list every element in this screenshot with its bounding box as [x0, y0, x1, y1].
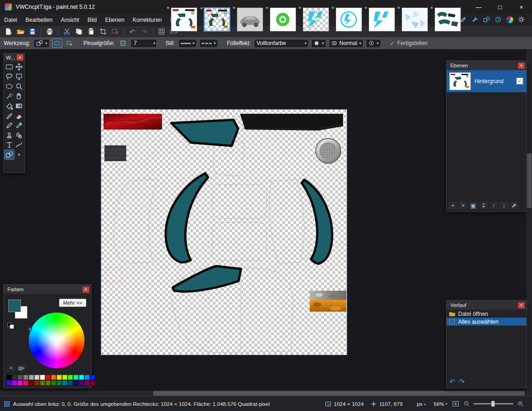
recolor-tool[interactable] [14, 130, 24, 140]
palette-swatch[interactable] [79, 375, 84, 380]
palette-swatch[interactable] [12, 375, 17, 380]
palette-swatch[interactable] [57, 375, 62, 380]
primary-color-swatch[interactable] [8, 300, 21, 312]
fill-effect-dropdown[interactable]: Volltonfarbe ▾ [254, 39, 309, 48]
tools-panel-close-icon[interactable]: × [17, 54, 23, 60]
paste-button[interactable] [85, 27, 97, 37]
add-layer-button[interactable]: + [448, 202, 457, 209]
clone-stamp-tool[interactable] [5, 130, 14, 140]
history-icon[interactable] [494, 15, 502, 24]
palette-swatch[interactable] [18, 375, 23, 380]
deselect-button[interactable] [110, 27, 121, 37]
menu-korrekturen[interactable]: Korrekturen [129, 15, 166, 25]
palette-swatch[interactable] [79, 380, 84, 385]
palette-swatch[interactable] [29, 380, 34, 385]
menu-datei[interactable]: Datei [0, 15, 21, 25]
image-thumbnail-1[interactable]: * [171, 7, 197, 32]
history-item-open-file[interactable]: Datei öffnen [447, 310, 526, 318]
zoom-level-dropdown[interactable]: 56% ▾ [434, 401, 448, 407]
dash-style-dropdown[interactable]: ▾ [178, 39, 197, 48]
zoom-slider-thumb[interactable] [491, 401, 495, 407]
palette-swatch[interactable] [40, 380, 45, 385]
line-end-style-dropdown[interactable]: ▾ [199, 39, 218, 48]
move-layer-down-button[interactable]: ↓ [500, 202, 508, 209]
minimize-button[interactable]: — [468, 0, 489, 14]
zoom-slider-track[interactable] [474, 403, 513, 404]
color-picker-tool[interactable] [14, 121, 24, 130]
palette-swatch[interactable] [57, 380, 62, 385]
menu-bild[interactable]: Bild [83, 15, 101, 25]
pan-tool[interactable] [14, 91, 24, 101]
palette-swatch[interactable] [84, 380, 90, 385]
add-color-to-palette-button[interactable]: + [7, 365, 15, 372]
shapes-flyout-button[interactable]: ▾ [14, 150, 24, 159]
zoom-out-button[interactable] [463, 400, 470, 407]
cut-button[interactable] [61, 27, 72, 37]
open-file-button[interactable] [15, 27, 26, 37]
history-item-select-all[interactable]: Alles auswählen [447, 318, 526, 326]
palette-swatch[interactable] [68, 375, 73, 380]
vertical-scrollbar-thumb[interactable] [527, 153, 532, 208]
wrench-icon[interactable] [471, 15, 479, 24]
palette-swatch[interactable] [51, 380, 56, 385]
grid-toggle-button[interactable] [156, 27, 167, 37]
image-thumbnail-6[interactable]: * [336, 7, 362, 32]
image-thumbnail-7[interactable]: * [369, 7, 395, 32]
color-wheel[interactable] [29, 313, 84, 368]
palette-swatch[interactable] [23, 380, 28, 385]
print-button[interactable] [44, 27, 55, 37]
palette-swatch[interactable] [6, 375, 12, 380]
colors-panel-header[interactable]: Farben × [4, 285, 91, 294]
sampling-dropdown[interactable]: ▾ [366, 39, 381, 48]
gear-icon[interactable] [517, 15, 526, 24]
brush-size-combo[interactable]: ▾ [130, 39, 157, 48]
move-pixels-tool[interactable] [14, 62, 24, 72]
move-layer-up-button[interactable]: ↑ [489, 202, 498, 209]
layer-visibility-checkbox[interactable]: ✓ [516, 78, 523, 85]
paint-bucket-tool[interactable] [5, 101, 14, 111]
palette-swatch[interactable] [40, 375, 45, 380]
maximize-button[interactable]: □ [489, 0, 511, 14]
brush-size-input[interactable] [132, 39, 151, 47]
zoom-fit-button[interactable] [452, 400, 459, 407]
selection-mode-replace-button[interactable] [52, 39, 62, 48]
delete-layer-button[interactable]: × [459, 202, 467, 209]
reset-colors-button[interactable] [7, 323, 15, 329]
canvas[interactable] [101, 110, 347, 355]
magic-wand-tool[interactable] [5, 91, 14, 101]
image-thumbnail-3[interactable]: * [237, 7, 263, 32]
palette-swatch[interactable] [34, 375, 39, 380]
line-curve-tool[interactable] [14, 140, 24, 150]
zoom-slider[interactable] [474, 403, 513, 404]
palette-swatch[interactable] [12, 380, 17, 385]
layers-panel-close-icon[interactable]: × [518, 63, 525, 69]
palette-swatch[interactable] [45, 375, 51, 380]
palette-swatch[interactable] [23, 375, 28, 380]
close-button[interactable]: × [511, 0, 532, 14]
undo-button[interactable]: ↶ [127, 27, 138, 37]
new-file-button[interactable] [3, 27, 14, 37]
image-thumbnail-4[interactable]: * [270, 7, 296, 32]
antialias-dropdown[interactable]: ▾ [311, 39, 326, 48]
horizontal-scrollbar-thumb[interactable] [153, 391, 525, 396]
history-redo-button[interactable]: ↷ [459, 378, 465, 386]
crop-button[interactable] [97, 27, 109, 37]
save-button[interactable] [27, 27, 38, 37]
layer-row-hintergrund[interactable]: Hintergrund ✓ [447, 70, 526, 92]
vertical-scrollbar[interactable] [526, 49, 532, 396]
lasso-select-tool[interactable] [5, 72, 14, 81]
ellipse-select-tool[interactable] [5, 82, 14, 91]
paintbrush-tool[interactable] [5, 111, 14, 120]
copy-button[interactable] [73, 27, 84, 37]
brush-size-decrease-button[interactable] [118, 39, 128, 48]
palette-swatch[interactable] [45, 380, 51, 385]
history-undo-button[interactable]: ↶ [449, 378, 455, 386]
zoom-tool[interactable] [14, 82, 24, 91]
color-wheel-icon[interactable] [506, 15, 514, 24]
zoom-in-button[interactable] [517, 400, 524, 407]
image-thumbnail-8[interactable]: * [402, 7, 428, 32]
menu-ansicht[interactable]: Ansicht [57, 15, 83, 25]
tool-selector-dropdown[interactable]: ▾ [33, 39, 50, 48]
more-colors-button[interactable]: Mehr >> [59, 299, 86, 307]
palette-swatch[interactable] [90, 380, 95, 385]
